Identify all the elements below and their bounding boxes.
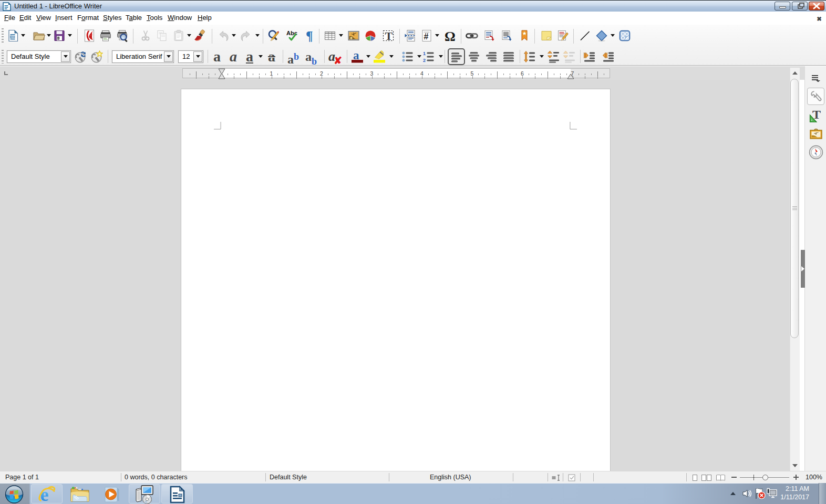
svg-text:1: 1 bbox=[423, 51, 426, 56]
svg-text:2: 2 bbox=[423, 58, 426, 63]
svg-text:¶: ¶ bbox=[306, 29, 313, 42]
svg-text:Ω: Ω bbox=[445, 29, 456, 42]
svg-text:#: # bbox=[424, 32, 429, 41]
svg-text:T: T bbox=[385, 29, 393, 42]
